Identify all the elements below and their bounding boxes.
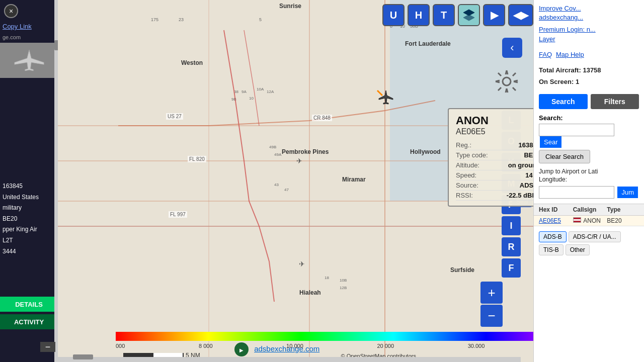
td-callsign: ANON: [573, 217, 605, 224]
popup-rssi-label: RSSI:: [456, 192, 473, 199]
aircraft-info: 163845 United States military BE20 pper …: [3, 181, 39, 257]
jump-input[interactable]: [539, 186, 614, 199]
toolbar-h-button[interactable]: H: [408, 4, 430, 26]
popup-source-value: ADS-B: [520, 182, 533, 189]
altitude-labels: 000 8 000 10 000 20 000 30.000 40 000+: [116, 343, 533, 349]
popup-altitude-label: Altitude:: [456, 161, 479, 169]
aircraft-marker[interactable]: [378, 89, 394, 108]
svg-text:✈: ✈: [296, 157, 302, 165]
search-label: Search:: [539, 114, 639, 122]
zoom-out-button[interactable]: −: [480, 305, 503, 327]
jump-section: Jump to Airport or Lati Longitude: Jum: [534, 165, 644, 201]
clear-search-button[interactable]: Clear Search: [539, 150, 590, 163]
jump-button[interactable]: Jum: [617, 187, 638, 198]
right-nav: FAQ Map Help: [534, 48, 644, 61]
filters-button[interactable]: Filters: [591, 94, 639, 109]
popup-source-label: Source:: [456, 182, 478, 189]
left-reg: 163845: [3, 181, 39, 192]
source-adsb-button[interactable]: ADS-B: [539, 231, 567, 242]
sidebar-letter-F[interactable]: F: [502, 258, 521, 278]
map-help-link[interactable]: Map Help: [556, 51, 584, 58]
settings-icon[interactable]: [493, 68, 521, 96]
faq-link[interactable]: FAQ: [539, 51, 552, 58]
details-button[interactable]: DETAILS: [0, 297, 58, 312]
svg-text:10B: 10B: [340, 278, 347, 283]
source-tisb-button[interactable]: TIS-B: [539, 244, 564, 255]
map-toolbar: U H T ▶ ◀▶: [382, 4, 533, 26]
source-adsc-button[interactable]: ADS-C/R / UA...: [569, 231, 621, 242]
source-other-button[interactable]: Other: [566, 244, 590, 255]
sidebar-letter-I[interactable]: I: [502, 216, 521, 235]
popup-reg-value: 163845: [519, 141, 533, 149]
td-hex[interactable]: AE06E5: [539, 217, 571, 224]
search-submit-button[interactable]: Sear: [540, 136, 561, 148]
right-panel: Improve Cov... adsbexchang... Premium Lo…: [533, 0, 644, 362]
activity-button[interactable]: ACTIVITY: [0, 314, 58, 329]
toolbar-u-button[interactable]: U: [382, 4, 405, 26]
popup-speed-row: Speed: 14 kt: [456, 170, 533, 180]
toolbar-toggle-button[interactable]: ◀▶: [508, 4, 533, 26]
website-label: ge.com: [3, 34, 21, 40]
svg-text:49B: 49B: [269, 145, 276, 149]
left-zoom-minus[interactable]: −: [40, 342, 55, 352]
left-panel: × Copy Link ge.com 163845 United States …: [0, 0, 58, 362]
premium-login-link[interactable]: Premium Login: n... Layer: [539, 25, 639, 43]
left-operator: pper King Air: [3, 224, 39, 235]
popup-hex-id: AE06E5: [456, 127, 533, 136]
search-input[interactable]: [539, 124, 614, 136]
altitude-color-bar: [116, 332, 533, 341]
svg-text:12A: 12A: [267, 89, 274, 94]
svg-text:175: 175: [151, 17, 158, 22]
toolbar-t-button[interactable]: T: [433, 4, 455, 26]
toolbar-next-button[interactable]: ▶: [483, 4, 505, 26]
th-callsign: Callsign: [573, 206, 605, 213]
aircraft-popup: ANON AE06E5 Reg.: 163845 Type code: BE20…: [448, 108, 533, 207]
improve-coverage-link[interactable]: Improve Cov... adsbexchang...: [539, 4, 639, 22]
back-arrow-button[interactable]: ‹: [502, 38, 522, 58]
th-type: Type: [607, 206, 639, 213]
popup-type-value: BE20: [524, 151, 533, 159]
svg-text:10: 10: [249, 96, 254, 101]
source-buttons: ADS-B ADS-C/R / UA... TIS-B Other: [534, 228, 644, 258]
svg-text:✈: ✈: [299, 260, 305, 268]
popup-callsign: ANON: [456, 114, 533, 127]
svg-text:47: 47: [284, 188, 289, 192]
th-hex-id: Hex ID: [539, 206, 571, 213]
popup-speed-value: 14 kt: [525, 171, 533, 179]
on-screen: On Screen: 1: [539, 76, 639, 87]
left-country: United States: [3, 192, 39, 203]
table-row[interactable]: AE06E5 ANON BE20: [534, 216, 644, 226]
close-button[interactable]: ×: [4, 4, 18, 18]
zoom-in-button[interactable]: +: [480, 282, 503, 304]
svg-point-34: [503, 77, 511, 85]
toolbar-layers-button[interactable]: [458, 4, 480, 26]
sidebar-letter-R[interactable]: R: [502, 237, 521, 256]
svg-text:49A: 49A: [274, 152, 282, 157]
svg-text:5: 5: [259, 17, 262, 22]
search-button[interactable]: Search: [539, 94, 588, 109]
right-header: Improve Cov... adsbexchang... Premium Lo…: [534, 0, 644, 48]
table-header: Hex ID Callsign Type: [534, 204, 644, 216]
popup-reg-row: Reg.: 163845: [456, 140, 533, 150]
popup-altitude-value: on ground: [508, 161, 533, 169]
right-stats: Total Aircraft: 13758 On Screen: 1: [534, 61, 644, 91]
svg-text:43: 43: [274, 183, 279, 187]
svg-text:23: 23: [179, 17, 184, 22]
popup-reg-label: Reg.:: [456, 141, 471, 149]
svg-text:12B: 12B: [340, 286, 347, 290]
copy-link[interactable]: Copy Link: [3, 23, 32, 30]
aircraft-svg: [12, 48, 47, 73]
flag-icon-us: [573, 217, 581, 223]
popup-type-row: Type code: BE20: [456, 150, 533, 160]
popup-rssi-value: -22.5 dBFS: [507, 192, 533, 199]
map-area[interactable]: ✈ ✈ 175 23 5 8 10 58B 38 9B 9A 10 10A 12…: [58, 0, 533, 362]
aircraft-image: [0, 43, 58, 78]
left-category: military: [3, 203, 39, 214]
left-altitude: 3444: [3, 246, 39, 257]
svg-marker-33: [463, 15, 474, 21]
search-filter-buttons: Search Filters: [534, 91, 644, 112]
svg-text:9A: 9A: [242, 89, 247, 94]
td-type: BE20: [607, 217, 639, 224]
bottom-scrollbar[interactable]: [58, 357, 521, 362]
popup-type-label: Type code:: [456, 151, 488, 159]
